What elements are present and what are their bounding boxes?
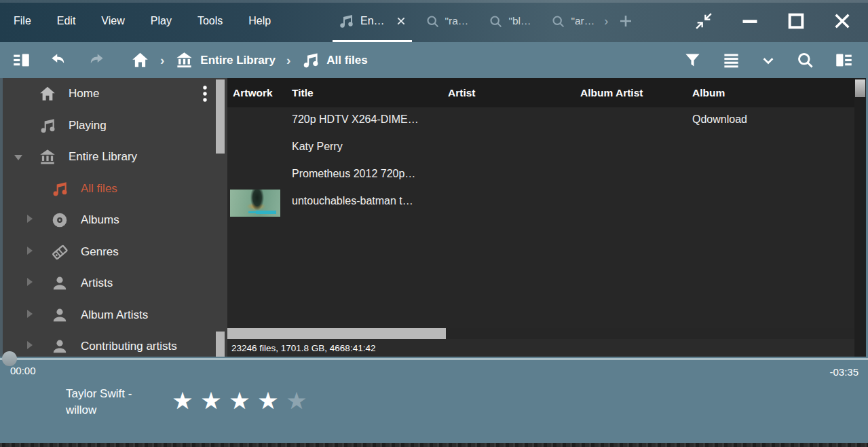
tab-search-1[interactable]: "ra… bbox=[417, 0, 477, 42]
vertical-scrollbar[interactable] bbox=[854, 78, 866, 357]
library-bank-icon bbox=[39, 148, 56, 166]
navigation-sidebar: Home Playing Entire Library bbox=[3, 78, 227, 357]
filter-icon[interactable] bbox=[683, 51, 702, 69]
menu-edit[interactable]: Edit bbox=[57, 15, 92, 27]
tab-close-icon[interactable] bbox=[396, 16, 407, 26]
person-icon bbox=[51, 338, 69, 355]
tab-label: "ar… bbox=[571, 15, 595, 27]
menu-help[interactable]: Help bbox=[248, 15, 287, 27]
tab-overflow-chevron-icon[interactable]: › bbox=[604, 14, 608, 29]
menu-bar: File Edit View Play Tools Help bbox=[0, 15, 297, 27]
sidebar-item-albums[interactable]: Albums bbox=[3, 204, 227, 236]
minimize-button[interactable] bbox=[740, 12, 759, 31]
column-header-artwork[interactable]: Artwork bbox=[233, 87, 273, 99]
undo-button[interactable] bbox=[50, 51, 68, 69]
seek-bar[interactable] bbox=[0, 358, 868, 360]
tag-icon bbox=[51, 243, 69, 261]
tab-strip: En… "ra… "bl… "ar… bbox=[331, 0, 634, 42]
vertical-scrollbar-thumb[interactable] bbox=[855, 79, 865, 97]
tab-search-2[interactable]: "bl… bbox=[480, 0, 539, 42]
sidebar-item-entire-library[interactable]: Entire Library bbox=[3, 141, 227, 173]
breadcrumb-separator: › bbox=[284, 53, 293, 68]
music-note-icon bbox=[39, 117, 56, 135]
expander-collapse-icon[interactable] bbox=[14, 155, 22, 160]
remaining-time: -03:35 bbox=[829, 366, 858, 378]
sidebar-item-all-files[interactable]: All files bbox=[3, 173, 227, 205]
media-player-window: File Edit View Play Tools Help En… bbox=[0, 0, 868, 447]
table-header: Artwork Title Artist Album Artist Album bbox=[227, 78, 854, 107]
music-note-icon bbox=[301, 51, 320, 69]
column-header-album-artist[interactable]: Album Artist bbox=[580, 87, 643, 99]
table-row[interactable]: untouchables-batman t… bbox=[227, 189, 854, 216]
table-row[interactable]: Katy Perry bbox=[227, 135, 854, 162]
more-options-kebab-icon[interactable] bbox=[203, 86, 207, 102]
sidebar-toggle-icon[interactable] bbox=[12, 51, 31, 69]
menu-play[interactable]: Play bbox=[151, 15, 188, 27]
star-icon[interactable]: ★ bbox=[227, 388, 252, 414]
title-bar: File Edit View Play Tools Help En… bbox=[0, 0, 868, 42]
sidebar-item-label: Contributing artists bbox=[81, 340, 177, 353]
star-icon[interactable]: ★ bbox=[255, 388, 281, 414]
breadcrumb-all-files[interactable]: All files bbox=[301, 51, 367, 69]
music-note-icon bbox=[51, 180, 69, 198]
music-note-icon bbox=[338, 13, 354, 29]
sidebar-item-label: Albums bbox=[81, 213, 119, 227]
seek-handle[interactable] bbox=[2, 351, 17, 366]
breadcrumb-entire-library[interactable]: Entire Library bbox=[175, 51, 276, 69]
cell-title: Katy Perry bbox=[292, 141, 343, 153]
cell-title: untouchables-batman t… bbox=[292, 195, 413, 207]
sidebar-scrollbar-thumb[interactable] bbox=[216, 79, 225, 154]
side-panel-toggle-icon[interactable] bbox=[835, 51, 853, 69]
expander-expand-icon[interactable] bbox=[27, 215, 33, 223]
new-tab-button[interactable] bbox=[618, 13, 634, 29]
track-title-line: willow bbox=[66, 402, 132, 418]
expander-expand-icon[interactable] bbox=[27, 341, 33, 349]
home-icon[interactable] bbox=[131, 51, 149, 69]
sidebar-item-artists[interactable]: Artists bbox=[3, 268, 227, 300]
sidebar-item-genres[interactable]: Genres bbox=[3, 236, 227, 268]
search-icon[interactable] bbox=[796, 51, 814, 69]
expander-expand-icon[interactable] bbox=[27, 310, 33, 318]
rating-stars: ★ ★ ★ ★ ★ bbox=[170, 388, 309, 414]
sidebar-scrollbar-thumb-bottom[interactable] bbox=[216, 332, 225, 357]
star-icon[interactable]: ★ bbox=[284, 388, 309, 414]
star-icon[interactable]: ★ bbox=[198, 388, 224, 414]
tab-active-entire-library[interactable]: En… bbox=[331, 0, 413, 42]
file-list-panel: Artwork Title Artist Album Artist Album … bbox=[227, 78, 866, 357]
sidebar-item-album-artists[interactable]: Album Artists bbox=[3, 300, 227, 332]
sidebar-item-label: Playing bbox=[69, 119, 107, 132]
sidebar-item-playing[interactable]: Playing bbox=[3, 110, 227, 142]
table-row[interactable]: 720p HDTV X264-DIME… Qdownload bbox=[227, 107, 854, 135]
tab-search-3[interactable]: "ar… bbox=[543, 0, 603, 42]
sidebar-item-label: All files bbox=[81, 182, 117, 196]
column-header-title[interactable]: Title bbox=[292, 87, 314, 99]
star-icon[interactable]: ★ bbox=[170, 388, 195, 414]
navigation-toolbar: › Entire Library › All files bbox=[0, 42, 868, 78]
redo-button[interactable] bbox=[87, 51, 105, 69]
horizontal-scrollbar-thumb[interactable] bbox=[227, 328, 446, 339]
expander-expand-icon[interactable] bbox=[27, 278, 33, 286]
expander-expand-icon[interactable] bbox=[27, 247, 33, 255]
close-button[interactable] bbox=[833, 12, 852, 31]
sidebar-item-label: Artists bbox=[81, 276, 113, 290]
cell-title: 720p HDTV X264-DIME… bbox=[292, 113, 419, 126]
column-header-album[interactable]: Album bbox=[692, 87, 725, 99]
sidebar-item-label: Genres bbox=[81, 245, 119, 259]
sidebar-item-home[interactable]: Home bbox=[3, 78, 227, 110]
maximize-button[interactable] bbox=[787, 12, 806, 31]
breadcrumb: › Entire Library › All files bbox=[131, 51, 368, 69]
sidebar-item-label: Album Artists bbox=[81, 308, 148, 322]
table-row[interactable]: Prometheus 2012 720p… bbox=[227, 162, 854, 189]
menu-view[interactable]: View bbox=[101, 15, 140, 27]
sidebar-item-contributing-artists[interactable]: Contributing artists bbox=[3, 331, 227, 357]
menu-file[interactable]: File bbox=[14, 15, 48, 27]
mini-player-toggle-icon[interactable] bbox=[694, 12, 713, 31]
list-view-icon[interactable] bbox=[722, 51, 740, 69]
menu-tools[interactable]: Tools bbox=[197, 15, 239, 27]
horizontal-scrollbar[interactable] bbox=[227, 328, 854, 339]
now-playing-label[interactable]: Taylor Swift - willow bbox=[66, 386, 132, 418]
view-options-chevron-icon[interactable] bbox=[761, 53, 776, 68]
tab-label: En… bbox=[360, 15, 385, 27]
player-bar: 00:00 -03:35 Taylor Swift - willow ★ ★ ★… bbox=[0, 357, 868, 443]
column-header-artist[interactable]: Artist bbox=[448, 87, 475, 99]
